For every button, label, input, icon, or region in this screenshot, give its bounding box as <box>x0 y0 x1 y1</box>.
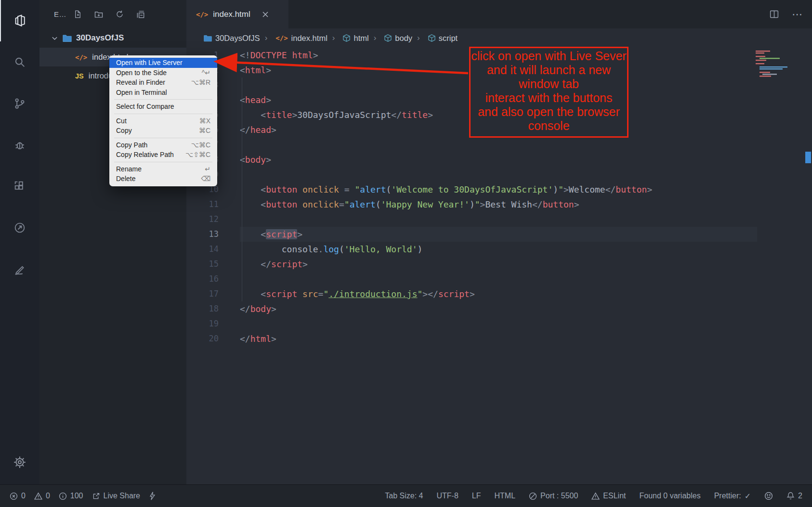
code-line-9[interactable]: 9 <box>186 167 812 182</box>
html-file-icon: </> <box>75 53 87 61</box>
menu-separator <box>114 162 212 162</box>
menu-item-select-for-compare[interactable]: Select for Compare <box>109 102 217 112</box>
search-icon[interactable] <box>0 41 39 83</box>
js-file-icon: JS <box>75 72 84 80</box>
folder-icon <box>204 35 212 42</box>
line-number: 17 <box>186 286 219 301</box>
split-editor-icon[interactable] <box>769 9 779 19</box>
cube-icon <box>384 34 392 42</box>
live-share-status[interactable]: Live Share <box>92 492 141 500</box>
code-line-16[interactable]: 16 <box>186 272 812 286</box>
menu-item-label: Rename <box>116 165 142 173</box>
code-line-10[interactable]: 10 <button onclick = "alert('Welcome to … <box>186 182 812 197</box>
menu-item-label: Select for Compare <box>116 103 174 111</box>
code-text: <button onclick="alert('Happy New Year!'… <box>240 197 757 212</box>
menu-item-label: Delete <box>116 175 135 183</box>
menu-item-shortcut: ⌘C <box>199 127 210 135</box>
eslint-status[interactable]: ESLint <box>591 492 626 500</box>
line-number: 13 <box>186 227 219 242</box>
code-line-18[interactable]: 18</body> <box>186 301 812 316</box>
variables-status[interactable]: Found 0 variables <box>639 492 700 500</box>
menu-item-open-in-terminal[interactable]: Open in Terminal <box>109 88 217 98</box>
menu-separator <box>114 114 212 114</box>
code-line-15[interactable]: 15 </script> <box>186 257 812 272</box>
menu-item-open-to-the-side[interactable]: Open to the Side^↵ <box>109 68 217 78</box>
menu-item-copy-path[interactable]: Copy Path⌥⌘C <box>109 140 217 150</box>
cube-icon <box>428 34 435 42</box>
tab-index-html[interactable]: </> index.html <box>186 0 288 28</box>
code-line-13[interactable]: 13 <script> <box>186 227 812 242</box>
new-file-icon[interactable] <box>73 10 82 19</box>
port-status[interactable]: Port : 5500 <box>529 492 578 500</box>
source-control-icon[interactable] <box>0 83 39 124</box>
new-folder-icon[interactable] <box>94 10 104 19</box>
code-text <box>240 137 757 152</box>
extensions-icon[interactable] <box>0 166 39 207</box>
minimap[interactable] <box>755 50 805 78</box>
error-icon <box>10 492 18 500</box>
bolt-status[interactable] <box>149 492 156 500</box>
code-line-17[interactable]: 17 <script src="./introduction.js"></scr… <box>186 286 812 301</box>
code-line-8[interactable]: 8<body> <box>186 152 812 167</box>
overview-ruler-marker <box>805 152 811 163</box>
close-icon[interactable] <box>262 11 269 18</box>
chevron-down-icon <box>51 35 58 42</box>
notifications-status[interactable]: 2 <box>786 492 802 500</box>
tab-label: index.html <box>213 10 250 19</box>
breadcrumb-item-script[interactable]: script <box>412 33 458 43</box>
menu-item-label: Cut <box>116 117 127 125</box>
breadcrumb-item-html[interactable]: html <box>327 33 369 43</box>
line-number: 14 <box>186 242 219 257</box>
encoding-status[interactable]: UTF-8 <box>437 492 458 500</box>
menu-item-copy[interactable]: Copy⌘C <box>109 126 217 136</box>
slash-circle-icon <box>529 492 537 500</box>
settings-gear-icon[interactable] <box>0 440 39 484</box>
code-text <box>240 272 757 286</box>
code-line-12[interactable]: 12 <box>186 212 812 227</box>
code-text: </script> <box>240 257 757 272</box>
explorer-icon[interactable] <box>0 0 39 41</box>
breadcrumb-item-folder[interactable]: 30DaysOfJS <box>204 34 260 43</box>
code-line-14[interactable]: 14 console.log('Hello, World') <box>186 242 812 257</box>
breadcrumb-item-body[interactable]: body <box>369 33 412 43</box>
menu-item-label: Open with Live Server <box>116 59 183 67</box>
menu-item-delete[interactable]: Delete⌫ <box>109 174 217 184</box>
menu-item-open-with-live-server[interactable]: Open with Live Server <box>109 58 217 68</box>
code-line-11[interactable]: 11 <button onclick="alert('Happy New Yea… <box>186 197 812 212</box>
code-text: <script src="./introduction.js"></script… <box>240 286 757 301</box>
run-debug-icon[interactable] <box>0 124 39 166</box>
line-number: 16 <box>186 272 219 286</box>
language-status[interactable]: HTML <box>495 492 516 500</box>
pen-icon[interactable] <box>0 248 39 290</box>
code-line-7[interactable]: 7 <box>186 137 812 152</box>
menu-item-copy-relative-path[interactable]: Copy Relative Path⌥⇧⌘C <box>109 150 217 160</box>
menu-item-label: Reveal in Finder <box>116 78 165 87</box>
menu-item-reveal-in-finder[interactable]: Reveal in Finder⌥⌘R <box>109 78 217 88</box>
more-actions-icon[interactable]: ⋯ <box>792 8 802 21</box>
refresh-icon[interactable] <box>115 10 124 19</box>
warnings-status[interactable]: 0 <box>34 492 50 500</box>
bell-icon <box>786 492 795 500</box>
line-number: 20 <box>186 331 219 346</box>
info-status[interactable]: 100 <box>59 492 83 500</box>
menu-item-rename[interactable]: Rename↵ <box>109 164 217 174</box>
eol-status[interactable]: LF <box>472 492 481 500</box>
status-bar: 0 0 100 <box>0 484 812 507</box>
live-share-icon[interactable] <box>0 207 39 248</box>
menu-item-label: Open to the Side <box>116 69 167 77</box>
folder-row-30daysofjs[interactable]: 30DaysOfJS <box>39 28 186 48</box>
code-line-19[interactable]: 19 <box>186 316 812 331</box>
code-text <box>240 167 757 182</box>
feedback-status[interactable] <box>764 492 773 500</box>
html-file-icon: </> <box>196 11 208 18</box>
breadcrumb-item-file[interactable]: </> index.html <box>260 33 327 43</box>
check-icon: ✓ <box>745 492 751 501</box>
menu-item-cut[interactable]: Cut⌘X <box>109 116 217 126</box>
prettier-status[interactable]: Prettier: ✓ <box>714 492 751 501</box>
menu-item-label: Open in Terminal <box>116 89 167 97</box>
errors-status[interactable]: 0 <box>10 492 26 500</box>
tab-size-status[interactable]: Tab Size: 4 <box>385 492 423 500</box>
collapse-all-icon[interactable] <box>136 10 145 19</box>
menu-item-shortcut: ⌘X <box>199 117 210 125</box>
code-line-20[interactable]: 20</html> <box>186 331 812 346</box>
